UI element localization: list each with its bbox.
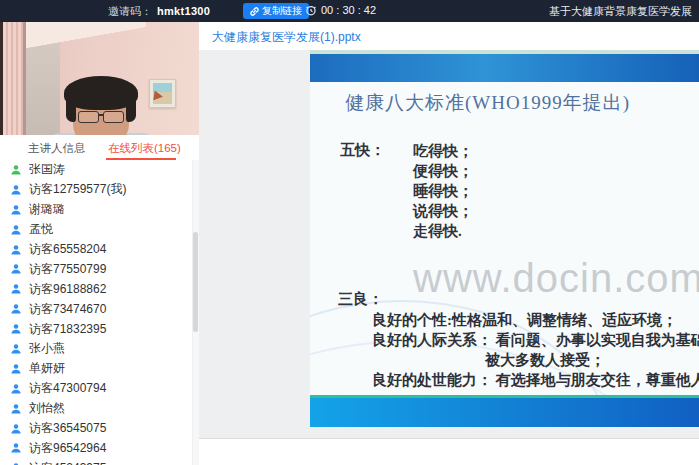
person-icon xyxy=(10,164,22,176)
person-icon xyxy=(10,263,22,275)
person-icon xyxy=(10,323,22,335)
tab-online-list[interactable]: 在线列表(165) xyxy=(108,141,181,156)
wukuai-item: 走得快. xyxy=(413,221,473,241)
person-icon xyxy=(10,343,22,355)
doc-title-row: 大健康康复医学发展(1).pptx xyxy=(199,22,699,51)
tab-presenter-info[interactable]: 主讲人信息 xyxy=(28,141,86,156)
online-attendee-list: 张国涛 访客12759577(我) 谢璐璐 孟悦 访客65558204 访客77… xyxy=(0,160,192,465)
link-icon xyxy=(250,7,259,16)
copy-link-label: 复制链接 xyxy=(262,4,302,18)
top-bar: 邀请码：hmkt1300 复制链接 00 : 30 : 42 基于大健康背景康复… xyxy=(0,0,699,22)
invite-code-value: hmkt1300 xyxy=(157,5,210,17)
wall-picture-frame xyxy=(149,79,176,108)
video-ceiling xyxy=(26,22,146,48)
doc-file-name: 大健康康复医学发展(1).pptx xyxy=(212,29,361,46)
person-icon xyxy=(10,184,22,196)
person-icon xyxy=(10,403,22,415)
sanliang-label: 三良： xyxy=(338,290,383,309)
person-icon xyxy=(10,303,22,315)
wall-picture xyxy=(153,83,172,104)
presenter-hair-right xyxy=(126,96,136,122)
webinar-window: 邀请码：hmkt1300 复制链接 00 : 30 : 42 基于大健康背景康复… xyxy=(0,0,699,465)
video-door-panel xyxy=(3,22,23,135)
list-item[interactable]: 张小燕 xyxy=(0,339,192,359)
list-item[interactable]: 访客45243975 xyxy=(0,458,192,465)
slide-top-blue-bar xyxy=(310,54,699,82)
slide-title: 健康八大标准(WHO1999年提出) xyxy=(345,90,630,116)
session-timer: 00 : 30 : 42 xyxy=(305,4,376,16)
person-icon xyxy=(10,363,22,375)
person-icon xyxy=(10,244,22,256)
list-item[interactable]: 访客96542964 xyxy=(0,438,192,458)
wukuai-item: 吃得快； xyxy=(413,141,473,161)
ppt-slide: www.docin.com 健康八大标准(WHO1999年提出) 五快： 吃得快… xyxy=(310,50,699,427)
list-item[interactable]: 单妍妍 xyxy=(0,359,192,379)
viewer-bottom-bar xyxy=(199,438,699,465)
list-item[interactable]: 访客47300794 xyxy=(0,379,192,399)
sanliang-line: 良好的个性:性格温和、调整情绪、适应环境； xyxy=(372,311,677,330)
docin-watermark: www.docin.com xyxy=(413,256,699,301)
session-title: 基于大健康背景康复医学发展 xyxy=(549,4,692,19)
presenter-video xyxy=(0,22,199,135)
wukuai-item: 说得快； xyxy=(413,201,473,221)
presenter-hair-left xyxy=(66,96,76,122)
timer-value: 00 : 30 : 42 xyxy=(321,4,376,16)
doc-viewer: www.docin.com 健康八大标准(WHO1999年提出) 五快： 吃得快… xyxy=(199,50,699,438)
list-item[interactable]: 谢璐璐 xyxy=(0,200,192,220)
invite-code: 邀请码：hmkt1300 xyxy=(108,4,210,19)
wukuai-items: 吃得快； 便得快； 睡得快； 说得快； 走得快. xyxy=(413,141,473,241)
list-item[interactable]: 访客77550799 xyxy=(0,259,192,279)
sanliang-line: 良好的处世能力： 有选择地与朋友交往，尊重他人， xyxy=(372,371,699,390)
list-item[interactable]: 孟悦 xyxy=(0,220,192,240)
list-item[interactable]: 访客36545075 xyxy=(0,419,192,439)
list-item[interactable]: 张国涛 xyxy=(0,160,192,180)
clock-icon xyxy=(305,4,317,16)
person-icon xyxy=(10,224,22,236)
sanliang-line: 被大多数人接受； xyxy=(485,351,605,370)
list-item[interactable]: 刘怡然 xyxy=(0,399,192,419)
list-item[interactable]: 访客96188862 xyxy=(0,279,192,299)
picture-sail-shape xyxy=(153,90,163,101)
list-item[interactable]: 访客12759577(我) xyxy=(0,180,192,200)
list-item[interactable]: 访客65558204 xyxy=(0,240,192,260)
person-icon xyxy=(10,423,22,435)
presenter-glasses xyxy=(78,111,124,122)
person-icon xyxy=(10,204,22,216)
copy-link-button[interactable]: 复制链接 xyxy=(243,3,309,19)
person-icon xyxy=(10,383,22,395)
list-item[interactable]: 访客71832395 xyxy=(0,319,192,339)
invite-code-label: 邀请码： xyxy=(108,5,152,17)
slide-bottom-blue-bar xyxy=(310,398,699,427)
attendee-scrollbar-thumb[interactable] xyxy=(193,232,198,332)
wukuai-item: 睡得快； xyxy=(413,181,473,201)
list-item[interactable]: 访客73474670 xyxy=(0,299,192,319)
sanliang-line: 良好的人际关系： 看问题、办事以实现自我为基础， xyxy=(372,331,699,350)
person-icon xyxy=(10,442,22,454)
video-gray-wall xyxy=(26,36,60,135)
wukuai-label: 五快： xyxy=(340,141,385,160)
wukuai-item: 便得快； xyxy=(413,161,473,181)
person-icon xyxy=(10,283,22,295)
left-panel-tabs: 主讲人信息 在线列表(165) xyxy=(0,135,199,161)
